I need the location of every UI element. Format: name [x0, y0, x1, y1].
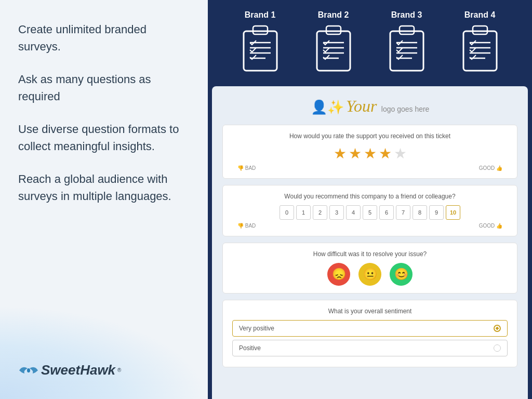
bad-label: 👎 BAD: [237, 165, 256, 171]
brand-2-clipboard-icon: [313, 24, 354, 73]
nps-2: 2: [313, 205, 327, 220]
svg-rect-2: [253, 26, 268, 34]
logo-registered: ®: [117, 367, 121, 373]
brand-1-label: Brand 1: [245, 10, 276, 20]
nps-good-label: GOOD 👍: [479, 223, 502, 229]
nps-row: 0 1 2 3 4 5 6 7 8 9 10: [232, 205, 508, 220]
feature-3: Use diverse question formats to collect …: [18, 121, 190, 155]
svg-rect-14: [400, 26, 414, 34]
brand-3-item: Brand 3: [386, 10, 428, 73]
emoji-happy: 😊: [390, 263, 413, 286]
nps-4: 4: [346, 205, 361, 220]
sentiment-option-1-label: Very positive: [239, 325, 274, 332]
nps-8: 8: [413, 205, 427, 220]
survey-preview: 👤✨ Your logo goes here How would you rat…: [212, 86, 528, 399]
brand-4-label: Brand 4: [464, 10, 496, 20]
nps-7: 7: [396, 205, 410, 220]
question-2-text: Would you recommend this company to a fr…: [232, 193, 508, 200]
survey-logo-caption: logo goes here: [381, 105, 430, 113]
brand-2-item: Brand 2: [313, 10, 354, 73]
brand-3-label: Brand 3: [391, 10, 422, 20]
sweethawk-logo-area: SweetHawk®: [18, 352, 190, 378]
nps-3: 3: [329, 205, 344, 220]
nps-5: 5: [363, 205, 377, 220]
nps-labels: 👎 BAD GOOD 👍: [232, 223, 508, 229]
question-2-card: Would you recommend this company to a fr…: [222, 185, 517, 236]
good-label: GOOD 👍: [479, 165, 502, 171]
sentiment-option-2-label: Positive: [239, 344, 261, 352]
question-1-card: How would you rate the support you recei…: [222, 125, 517, 179]
emoji-sad: 😞: [327, 263, 350, 286]
brand-1-item: Brand 1: [240, 10, 281, 73]
sad-face-icon: 😞: [332, 268, 346, 281]
question-4-card: What is your overall sentiment Very posi…: [222, 300, 517, 367]
sweethawk-logo: SweetHawk®: [18, 362, 190, 378]
feature-2: Ask as many questions as required: [18, 71, 190, 105]
star-4: ★: [379, 145, 392, 162]
star-5: ★: [394, 145, 407, 162]
nps-bad-label: 👎 BAD: [237, 223, 256, 229]
nps-0: 0: [280, 205, 294, 220]
brands-row: Brand 1 Brand 2: [208, 0, 532, 86]
wings-icon: [18, 363, 39, 378]
survey-logo: 👤✨ Your logo goes here: [222, 97, 517, 116]
person-icon: 👤✨: [311, 99, 344, 115]
brand-3-clipboard-icon: [386, 24, 428, 73]
svg-rect-19: [463, 31, 497, 71]
emoji-neutral: 😐: [358, 263, 381, 286]
features-list: Create unlimited branded surveys. Ask as…: [18, 21, 190, 220]
nps-1: 1: [296, 205, 311, 220]
neutral-face-icon: 😐: [363, 268, 377, 281]
question-3-text: How difficult was it to resolve your iss…: [232, 250, 508, 258]
brand-1-clipboard-icon: [240, 24, 281, 73]
brand-2-label: Brand 2: [318, 10, 349, 20]
question-4-text: What is your overall sentiment: [232, 308, 508, 315]
sentiment-very-positive: Very positive: [232, 320, 508, 337]
brand-4-item: Brand 4: [459, 10, 501, 73]
feature-1: Create unlimited branded surveys.: [18, 21, 190, 55]
star-1: ★: [334, 145, 347, 162]
brand-4-clipboard-icon: [459, 24, 501, 73]
svg-rect-8: [326, 26, 341, 34]
stars-row: ★ ★ ★ ★ ★: [232, 145, 508, 162]
star-2: ★: [349, 145, 362, 162]
svg-rect-1: [244, 31, 277, 71]
nps-6: 6: [379, 205, 394, 220]
feature-4: Reach a global audience with surveys in …: [18, 170, 190, 205]
question-1-text: How would you rate the support you recei…: [232, 132, 508, 140]
svg-point-0: [27, 368, 30, 373]
star-3: ★: [364, 145, 377, 162]
happy-face-icon: 😊: [394, 268, 408, 281]
sentiment-positive: Positive: [232, 340, 508, 356]
stars-labels: 👎 BAD GOOD 👍: [232, 165, 508, 171]
survey-logo-script: Your: [346, 97, 377, 115]
emoji-row: 😞 😐 😊: [232, 263, 508, 286]
logo-name: SweetHawk: [41, 362, 115, 378]
radio-very-positive: [494, 325, 501, 332]
radio-positive: [494, 344, 501, 352]
svg-rect-7: [317, 31, 350, 71]
svg-rect-20: [473, 26, 487, 34]
svg-rect-13: [390, 31, 423, 71]
nps-9: 9: [429, 205, 444, 220]
left-panel: Create unlimited branded surveys. Ask as…: [0, 0, 208, 399]
nps-10: 10: [446, 205, 460, 220]
question-3-card: How difficult was it to resolve your iss…: [222, 243, 517, 294]
right-panel: Brand 1 Brand 2: [208, 0, 532, 399]
